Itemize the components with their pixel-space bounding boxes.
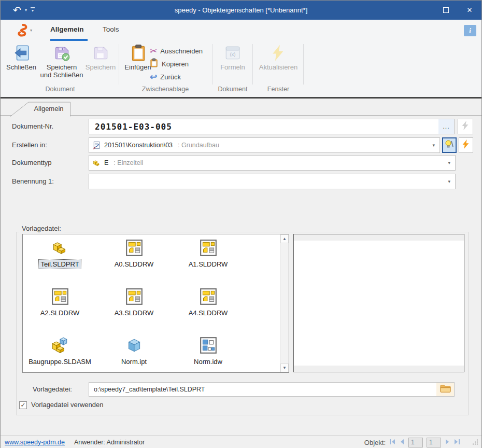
- ribbon-separator: [252, 44, 253, 85]
- vorlagedatei-verwenden-label: Vorlagedatei verwenden: [31, 401, 104, 409]
- file-item-label: A2.SLDDRW: [39, 309, 81, 317]
- more-button[interactable]: ...: [438, 119, 454, 134]
- erstellen-in-label: Erstellen in:: [12, 137, 47, 153]
- close-button[interactable]: ✕: [458, 1, 481, 20]
- file-item[interactable]: A1.SLDDRW: [171, 239, 245, 274]
- cut-scissors-icon: ✂: [150, 46, 157, 57]
- website-link[interactable]: www.speedy-pdm.de: [5, 439, 65, 446]
- dokumenttyp-description: : Einzelteil: [114, 159, 143, 166]
- scroll-up-button[interactable]: ▲: [280, 234, 289, 243]
- sldasm-assembly-icon: [51, 336, 69, 355]
- nav-previous-icon[interactable]: [400, 439, 405, 446]
- chevron-down-icon[interactable]: ▾: [448, 160, 455, 165]
- aktualisieren-label: Aktualisieren: [254, 63, 302, 71]
- save-close-icon: [53, 44, 70, 62]
- maximize-icon: [443, 7, 449, 13]
- slddrw-drawing-icon: [125, 287, 144, 306]
- save-icon-disabled: [92, 44, 109, 62]
- title-bar[interactable]: ↶ ▾ ▾ speedy - Objekteigenschaften [*Unb…: [1, 1, 481, 20]
- formeln-label: Formeln: [214, 63, 251, 71]
- objekt-label: Objekt:: [364, 439, 386, 446]
- preview-panel: [293, 234, 464, 372]
- info-button[interactable]: i: [464, 25, 476, 36]
- file-item[interactable]: A0.SLDDRW: [97, 239, 171, 274]
- template-file-list[interactable]: Teil.SLDPRT A0.SLDDRW A1.SLDDRW A2.SLDDR…: [22, 234, 289, 373]
- app-menu-dropdown-icon: ▾: [30, 28, 32, 33]
- ribbon-separator: [119, 44, 119, 85]
- idw-drawing-icon: [199, 336, 218, 355]
- auto-assign-button[interactable]: [459, 137, 473, 153]
- einfuegen-button[interactable]: Einfügen: [122, 44, 154, 71]
- folder-icon: [440, 384, 451, 395]
- schliessen-label: Schließen: [4, 63, 39, 71]
- file-item[interactable]: Norm.ipt: [97, 336, 171, 371]
- scrollbar[interactable]: ▲ ▼: [280, 234, 289, 372]
- browse-folder-button[interactable]: [436, 383, 454, 396]
- ribbon-separator: [303, 44, 304, 85]
- status-bar: www.speedy-pdm.de Anwender: Administrato…: [1, 435, 481, 448]
- file-item-label: Norm.ipt: [120, 357, 148, 366]
- file-item[interactable]: A3.SLDDRW: [97, 287, 171, 323]
- active-tab-underline: [50, 39, 88, 41]
- ribbon-tab-tools[interactable]: Tools: [103, 25, 119, 33]
- dokumenttyp-combobox[interactable]: E : Einzelteil ▾: [89, 155, 456, 171]
- copy-clipboard-icon: [150, 58, 159, 69]
- speichern-und-schliessen-button[interactable]: Speichern und Schließen: [40, 44, 83, 79]
- kopieren-label: Kopieren: [162, 60, 189, 68]
- nav-next-icon[interactable]: [445, 439, 450, 446]
- paste-clipboard-icon: [129, 44, 147, 62]
- dokument-nr-label: Dokument-Nr.: [12, 119, 53, 134]
- maximize-button[interactable]: [434, 1, 458, 20]
- file-item[interactable]: Teil.SLDPRT: [23, 239, 97, 274]
- slddrw-drawing-icon: [125, 239, 144, 257]
- zurueck-label: Zurück: [160, 73, 181, 81]
- kopieren-button[interactable]: Kopieren: [150, 58, 189, 70]
- object-count-field: 1: [427, 438, 441, 447]
- nav-last-icon[interactable]: [453, 439, 460, 446]
- resize-grip-icon[interactable]: [472, 439, 478, 446]
- file-item-label: A4.SLDDRW: [187, 309, 230, 317]
- schliessen-button[interactable]: Schließen: [4, 44, 39, 71]
- file-item[interactable]: A4.SLDDRW: [171, 287, 245, 323]
- zurueck-button[interactable]: ↩ Zurück: [150, 71, 181, 83]
- vorlagedatei-verwenden-checkbox[interactable]: ✓: [19, 401, 27, 409]
- vorlagedatei-path-value: o:\speedy7_cad\template\Teil.SLDPRT: [89, 386, 436, 393]
- preview-bottom-strip: [294, 366, 464, 372]
- vorlagedatei-path-input[interactable]: o:\speedy7_cad\template\Teil.SLDPRT: [89, 382, 455, 397]
- speichern-label: Speichern: [83, 63, 118, 71]
- group-label-dokument: Dokument: [4, 86, 117, 93]
- file-item[interactable]: A2.SLDDRW: [23, 287, 97, 323]
- preview-top-strip: [294, 234, 464, 241]
- ausschneiden-label: Ausschneiden: [160, 47, 203, 55]
- chevron-down-icon[interactable]: ▾: [448, 179, 455, 184]
- object-index-field: 1: [408, 438, 423, 447]
- svg-text:(x): (x): [230, 51, 235, 57]
- erstellen-in-combobox[interactable]: 201501\Konstruktion\03 : Grundaufbau ▾: [89, 137, 440, 153]
- file-item-label: A1.SLDDRW: [187, 260, 230, 269]
- nav-first-icon[interactable]: [389, 439, 396, 446]
- chevron-down-icon[interactable]: ▾: [432, 143, 440, 148]
- speichern-button: Speichern: [83, 44, 118, 71]
- dokument-nr-input[interactable]: 201501-E03-005 ...: [89, 119, 455, 134]
- lightning-icon-gray: [460, 120, 471, 133]
- tab-allgemein[interactable]: Allgemein: [10, 102, 71, 116]
- project-document-icon: [92, 141, 101, 150]
- suggest-folder-button[interactable]: [442, 137, 457, 153]
- ribbon-tab-allgemein[interactable]: Allgemein: [50, 25, 84, 33]
- vorlagedatei-path-label: Vorlagedatei:: [33, 382, 72, 397]
- einfuegen-label: Einfügen: [122, 63, 154, 71]
- slddrw-drawing-icon: [51, 287, 69, 306]
- speichern-und-schliessen-label: Speichern und Schließen: [40, 63, 83, 79]
- app-menu-button[interactable]: ▾: [15, 23, 32, 37]
- lightning-icon-orange: [461, 139, 471, 151]
- scroll-down-button[interactable]: ▼: [280, 363, 289, 372]
- dokumenttyp-value: E: [104, 159, 108, 166]
- ausschneiden-button[interactable]: ✂ Ausschneiden: [150, 45, 203, 57]
- refresh-lightning-icon: [270, 44, 287, 62]
- file-item[interactable]: Norm.idw: [171, 336, 245, 371]
- part-type-icon: [92, 159, 101, 167]
- tab-allgemein-label: Allgemein: [27, 105, 70, 113]
- benennung1-combobox[interactable]: ▾: [89, 174, 456, 189]
- file-item-label: Norm.idw: [192, 357, 224, 366]
- file-item[interactable]: Baugruppe.SLDASM: [23, 336, 97, 371]
